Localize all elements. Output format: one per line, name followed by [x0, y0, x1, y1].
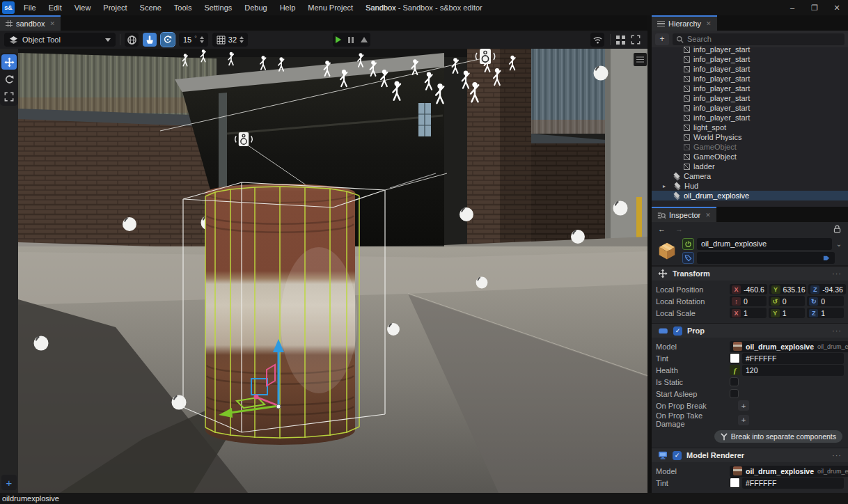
tree-item-info-player-start[interactable]: info_player_start [652, 84, 848, 93]
position-y-field[interactable]: Y635.16 [769, 284, 807, 294]
component-menu-icon[interactable]: ··· [832, 451, 842, 459]
rotation-pitch-field[interactable]: ↕0 [730, 296, 767, 306]
break-into-components-button[interactable]: Break into separate components [714, 430, 842, 443]
menu-settings[interactable]: Settings [198, 0, 239, 15]
tint-field[interactable]: #FFFFFF [742, 353, 844, 364]
close-button[interactable]: ✕ [826, 0, 848, 15]
scale-x-field[interactable]: X1 [730, 308, 767, 318]
object-name-field[interactable]: oil_drum_explosive [697, 238, 832, 250]
add-action-button[interactable]: + [738, 400, 749, 411]
hierarchy-search[interactable] [673, 33, 845, 45]
tint-field[interactable]: #FFFFFF [742, 478, 844, 489]
component-menu-icon[interactable]: ··· [832, 269, 842, 278]
component-menu-icon[interactable]: ··· [832, 326, 842, 335]
play-button[interactable] [336, 36, 341, 43]
tab-sandbox[interactable]: sandbox ✕ [0, 15, 61, 31]
fullscreen-icon[interactable] [631, 35, 641, 45]
transform-component: Transform ··· Local Position X-460.6 Y63… [652, 266, 848, 323]
position-x-field[interactable]: X-460.6 [730, 284, 767, 294]
model-field[interactable]: oil_drum_explosive oil_drum_explosive… [730, 466, 848, 477]
move-tool-button[interactable] [1, 54, 17, 70]
tag-icon[interactable] [682, 252, 694, 264]
tree-item-camera[interactable]: Camera [652, 171, 848, 181]
health-field[interactable]: 120 [742, 365, 844, 376]
tree-item-oil-drum-explosive[interactable]: oil_drum_explosive [652, 191, 848, 200]
color-swatch[interactable] [730, 478, 740, 488]
chevron-down-icon[interactable]: ⌄ [835, 240, 843, 248]
menu-tools[interactable]: Tools [168, 0, 198, 15]
tree-item-info-player-start[interactable]: info_player_start [652, 54, 848, 64]
search-input[interactable] [687, 35, 841, 43]
rotate-tool-button[interactable] [1, 72, 17, 87]
object-tool-dropdown[interactable]: Object Tool [4, 33, 116, 47]
tab-inspector[interactable]: Inspector ✕ [652, 207, 716, 222]
lock-icon[interactable] [833, 224, 842, 234]
tree-item-info-player-start[interactable]: info_player_start [652, 45, 848, 54]
rotation-yaw-field[interactable]: ↺0 [769, 296, 806, 306]
tab-close-icon[interactable]: ✕ [705, 212, 711, 219]
tree-item-gameobject-disabled[interactable]: GameObject [652, 142, 848, 152]
rotation-snap-value[interactable]: 15° [179, 33, 208, 47]
tree-item-info-player-start[interactable]: info_player_start [652, 103, 848, 113]
expand-caret-icon[interactable]: ▸ [663, 183, 670, 189]
add-gameobject-button[interactable]: + [655, 33, 669, 45]
model-row: Model oil_drum_explosive oil_drum_explos… [656, 340, 844, 352]
rotate-icon [4, 74, 15, 85]
nav-forward-button[interactable]: → [675, 225, 683, 233]
tree-item-info-player-start[interactable]: info_player_start [652, 64, 848, 74]
physics-drag-toggle[interactable] [143, 33, 157, 47]
tree-item-gameobject[interactable]: GameObject [652, 152, 848, 162]
menu-menu-project[interactable]: Menu Project [301, 0, 359, 15]
viewport-3d[interactable] [18, 49, 647, 493]
viewport-options-icon[interactable] [634, 53, 647, 66]
position-z-field[interactable]: Z-94.36 [808, 284, 846, 294]
nav-back-button[interactable]: ← [658, 225, 666, 233]
tab-label: sandbox [16, 19, 45, 28]
maximize-button[interactable]: ❐ [803, 0, 826, 15]
color-swatch[interactable] [730, 353, 740, 363]
oil-drum-model [205, 184, 357, 445]
tree-item-light-spot[interactable]: light_spot [652, 123, 848, 132]
tab-hierarchy[interactable]: Hierarchy ✕ [652, 15, 717, 31]
menu-file[interactable]: File [17, 0, 42, 15]
add-tool-button[interactable]: + [1, 475, 17, 490]
tags-field[interactable] [697, 252, 835, 264]
is-static-checkbox[interactable] [730, 377, 739, 386]
enabled-toggle[interactable] [682, 238, 694, 250]
scale-z-field[interactable]: Z1 [807, 308, 844, 318]
tree-item-info-player-start[interactable]: info_player_start [652, 93, 848, 103]
tree-item-world-physics[interactable]: World Physics [652, 132, 848, 142]
rotation-snap-toggle[interactable] [161, 33, 175, 47]
start-asleep-checkbox[interactable] [730, 389, 739, 398]
tab-close-icon[interactable]: ✕ [50, 20, 56, 27]
menu-project[interactable]: Project [97, 0, 133, 15]
component-enabled-checkbox[interactable]: ✓ [673, 326, 682, 336]
pause-button[interactable] [348, 37, 354, 43]
menu-debug[interactable]: Debug [238, 0, 273, 15]
tree-item-hud[interactable]: ▸Hud [652, 181, 848, 191]
minimize-button[interactable]: – [781, 0, 803, 15]
menu-help[interactable]: Help [274, 0, 302, 15]
tree-item-ladder[interactable]: ladder [652, 162, 848, 171]
layout-grid-icon[interactable] [616, 36, 620, 39]
stepper-arrows[interactable] [200, 36, 204, 43]
menu-view[interactable]: View [68, 0, 97, 15]
stepper-arrows[interactable] [240, 36, 244, 43]
world-space-toggle[interactable] [125, 33, 139, 47]
menu-edit[interactable]: Edit [42, 0, 68, 15]
tree-item-info-player-start[interactable]: info_player_start [652, 74, 848, 84]
model-field[interactable]: oil_drum_explosive oil_drum_explosive… [730, 341, 848, 352]
rotation-roll-field[interactable]: ↻0 [807, 296, 844, 306]
eject-button[interactable] [361, 37, 368, 42]
tag-add-icon[interactable] [822, 254, 831, 262]
tree-item-info-player-start[interactable]: info_player_start [652, 113, 848, 123]
scale-y-field[interactable]: Y1 [769, 308, 806, 318]
app-logo-icon[interactable]: s& [2, 1, 15, 14]
component-enabled-checkbox[interactable]: ✓ [673, 451, 682, 460]
menu-scene[interactable]: Scene [134, 0, 168, 15]
scale-tool-button[interactable] [1, 89, 17, 104]
network-status-button[interactable] [590, 33, 604, 47]
add-action-button[interactable]: + [738, 415, 749, 425]
grid-snap-value[interactable]: 32 [212, 33, 248, 47]
tab-close-icon[interactable]: ✕ [706, 20, 712, 27]
